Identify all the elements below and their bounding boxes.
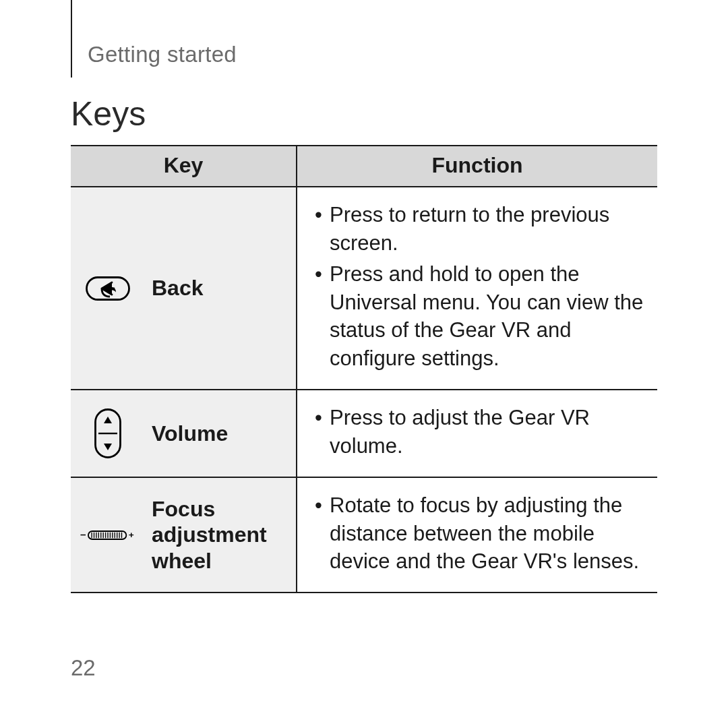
- page-heading: Keys: [71, 94, 146, 133]
- function-text: Rotate to focus by adjusting the distanc…: [311, 491, 644, 576]
- function-text: Press and hold to open the Universal men…: [311, 260, 644, 373]
- table-header-row: Key Function: [71, 146, 657, 187]
- page-number: 22: [71, 655, 96, 681]
- function-text: Press to return to the previous screen.: [311, 201, 644, 257]
- header-vertical-rule: [71, 0, 72, 78]
- svg-text:–: –: [80, 528, 86, 540]
- table-row: Back Press to return to the previous scr…: [71, 187, 657, 390]
- keys-table: Key Function: [71, 145, 657, 593]
- focus-wheel-icon: – +: [80, 527, 135, 543]
- function-text: Press to adjust the Gear VR volume.: [311, 404, 644, 460]
- back-icon: [80, 276, 135, 301]
- table-row: Volume Press to adjust the Gear VR volum…: [71, 390, 657, 477]
- key-name: Focus adjustment wheel: [152, 496, 286, 574]
- table-row: – +: [71, 477, 657, 593]
- svg-text:+: +: [129, 530, 134, 540]
- column-header-key: Key: [71, 146, 297, 187]
- volume-icon: [80, 408, 135, 458]
- section-label: Getting started: [88, 42, 237, 67]
- key-name: Back: [152, 275, 204, 301]
- key-name: Volume: [152, 421, 228, 446]
- column-header-function: Function: [297, 146, 657, 187]
